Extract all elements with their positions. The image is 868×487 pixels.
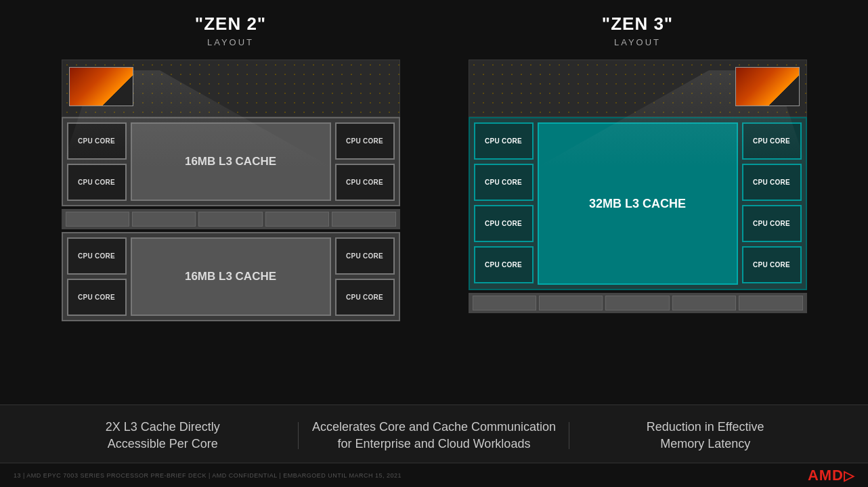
- info-text-2: Accelerates Core and Cache Communication…: [312, 419, 557, 453]
- info-bar: 2X L3 Cache Directly Accessible Per Core…: [0, 404, 868, 463]
- zen3-subtitle: LAYOUT: [602, 37, 673, 47]
- zen3-core-6: CPU CORE: [742, 164, 802, 201]
- zen3-ccd: CPU CORE CPU CORE CPU CORE CPU CORE 32MB…: [469, 117, 807, 290]
- info-text-3: Reduction in Effective Memory Latency: [583, 419, 827, 453]
- zen2-core-5: CPU CORE: [67, 237, 127, 275]
- zen3-core-4: CPU CORE: [474, 246, 534, 283]
- info-item-3: Reduction in Effective Memory Latency: [569, 419, 841, 453]
- info-item-1: 2X L3 Cache Directly Accessible Per Core: [27, 419, 299, 453]
- zen2-spotlight-wrapper: [62, 60, 400, 117]
- zen3-core-8: CPU CORE: [742, 246, 802, 283]
- zen3-io-seg-3: [605, 296, 669, 310]
- zen2-core-2: CPU CORE: [67, 164, 127, 201]
- amd-logo-text: AMD: [808, 467, 844, 484]
- zen3-substrate-top: [469, 60, 807, 117]
- zen3-core-3: CPU CORE: [474, 205, 534, 242]
- info-item-2: Accelerates Core and Cache Communication…: [299, 419, 570, 453]
- zen3-core-2: CPU CORE: [474, 164, 534, 201]
- amd-logo-arrow: ▷: [844, 468, 854, 483]
- page-wrapper: "ZEN 2" LAYOUT: [0, 0, 868, 487]
- zen3-cache: 32MB L3 CACHE: [538, 122, 738, 285]
- zen2-core-8: CPU CORE: [335, 279, 395, 316]
- zen2-die-thumbnail: [69, 67, 133, 106]
- zen2-io-divider: [62, 209, 400, 229]
- zen2-core-7: CPU CORE: [335, 237, 395, 275]
- zen2-io-seg-5: [332, 212, 395, 227]
- zen2-substrate-top: [62, 60, 400, 117]
- zen3-column: "ZEN 3" LAYOUT: [455, 14, 821, 316]
- zen3-die-thumbnail: [735, 67, 800, 106]
- zen3-title: "ZEN 3": [602, 14, 673, 34]
- footer-left-text: 13 | AMD EPYC 7003 SERIES PROCESSOR PRE-…: [14, 472, 402, 479]
- zen3-io-seg-2: [539, 296, 603, 310]
- zen2-core-6: CPU CORE: [67, 279, 127, 316]
- zen2-title: "ZEN 2": [195, 14, 266, 34]
- zen2-io-seg-2: [132, 212, 196, 227]
- zen3-spotlight-wrapper: [469, 60, 807, 117]
- zen2-subtitle: LAYOUT: [195, 37, 266, 47]
- zen2-core-3: CPU CORE: [335, 122, 395, 160]
- zen2-ccd-top: CPU CORE CPU CORE 16MB L3 CACHE CPU CORE…: [62, 117, 400, 206]
- zen3-core-5: CPU CORE: [742, 122, 802, 160]
- zen2-core-4: CPU CORE: [335, 164, 395, 201]
- zen3-io-seg-4: [672, 296, 736, 310]
- zen3-core-7: CPU CORE: [742, 205, 802, 242]
- zen3-io-seg-5: [739, 296, 802, 310]
- footer-bar: 13 | AMD EPYC 7003 SERIES PROCESSOR PRE-…: [0, 463, 868, 487]
- zen2-cache-top: 16MB L3 CACHE: [131, 122, 331, 201]
- top-section: "ZEN 2" LAYOUT: [0, 0, 868, 392]
- zen2-io-seg-3: [198, 212, 262, 227]
- amd-logo: AMD▷: [808, 467, 854, 484]
- zen3-io-seg-1: [473, 296, 536, 310]
- zen3-right-cores: CPU CORE CPU CORE CPU CORE CPU CORE: [742, 122, 802, 285]
- zen2-io-seg-4: [265, 212, 329, 227]
- zen2-column: "ZEN 2" LAYOUT: [48, 14, 414, 321]
- zen2-io-seg-1: [66, 212, 129, 227]
- info-text-1: 2X L3 Cache Directly Accessible Per Core: [41, 419, 285, 453]
- zen2-cache-bottom: 16MB L3 CACHE: [131, 237, 331, 316]
- zen2-ccd-bottom: CPU CORE CPU CORE 16MB L3 CACHE CPU CORE…: [62, 232, 400, 321]
- zen2-core-1: CPU CORE: [67, 122, 127, 160]
- zen3-core-1: CPU CORE: [474, 122, 534, 160]
- zen3-left-cores: CPU CORE CPU CORE CPU CORE CPU CORE: [474, 122, 534, 285]
- zen3-io-divider: [469, 293, 807, 313]
